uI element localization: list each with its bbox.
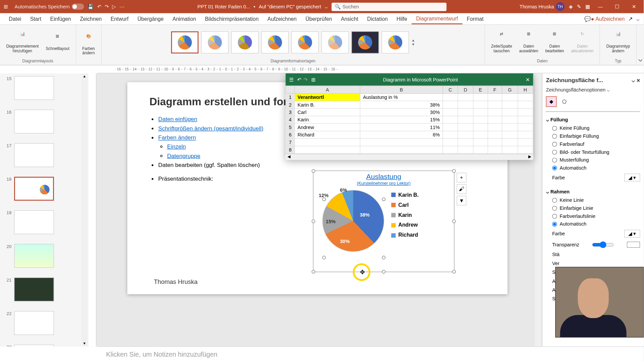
tab-diagrammentwurf[interactable]: Diagrammentwurf bbox=[412, 13, 462, 24]
diamond-icon[interactable]: ◈ bbox=[569, 4, 573, 9]
fill-opt-3[interactable]: Bild- oder Texturfüllung bbox=[546, 148, 640, 156]
fill-opt-1[interactable]: Einfarbige Füllung bbox=[546, 132, 640, 140]
excel-grid-icon[interactable]: ⊞ bbox=[311, 77, 315, 82]
line-opt-2[interactable]: Farbverlaufslinie bbox=[546, 212, 640, 220]
edit-data-button[interactable]: ⊞Daten bearbeiten bbox=[543, 31, 567, 54]
bullet-3a[interactable]: Einzeln bbox=[167, 143, 186, 150]
minimize-button[interactable]: — bbox=[594, 2, 606, 11]
tab-aufzeichnen[interactable]: Aufzeichnen bbox=[263, 14, 301, 24]
line-opt-1[interactable]: Einfarbige Linie bbox=[546, 204, 640, 212]
effects-tab-icon[interactable]: ⬠ bbox=[559, 96, 570, 107]
thumb-22[interactable]: 22 bbox=[0, 308, 89, 342]
chart-brush-button[interactable]: 🖌 bbox=[457, 184, 466, 194]
tab-zeichnen[interactable]: Zeichnen bbox=[75, 14, 106, 24]
fill-opt-4[interactable]: Musterfüllung bbox=[546, 156, 640, 164]
excel-menu-icon[interactable]: ☰ bbox=[289, 77, 293, 82]
tab-animation[interactable]: Animation bbox=[168, 14, 201, 24]
tab-hilfe[interactable]: Hilfe bbox=[392, 14, 412, 24]
chart-style-7[interactable] bbox=[352, 31, 379, 53]
transparency-slider[interactable] bbox=[592, 241, 614, 248]
tab-dictation[interactable]: Dictation bbox=[363, 14, 392, 24]
refresh-data-button[interactable]: ↻Daten aktualisieren bbox=[569, 31, 596, 54]
thumb-20[interactable]: 20 bbox=[0, 241, 89, 275]
comments-icon[interactable]: 💬 bbox=[584, 16, 591, 22]
chart-style-5[interactable] bbox=[291, 31, 319, 53]
user-account[interactable]: Thomas Hruska TH bbox=[520, 2, 565, 11]
chart-style-4[interactable] bbox=[261, 31, 289, 53]
format-options-dropdown[interactable]: Zeichnungsflächenoptionen ⌵ bbox=[546, 87, 640, 93]
share-icon[interactable]: ↗ bbox=[628, 16, 633, 22]
tab-datei[interactable]: Datei bbox=[4, 14, 25, 24]
collapse-ribbon-icon[interactable]: ⌵ bbox=[636, 16, 639, 22]
tab-uebergaenge[interactable]: Übergänge bbox=[133, 14, 168, 24]
excel-redo-icon[interactable]: ↷ bbox=[304, 77, 308, 82]
bullet-1[interactable]: Daten einfügen bbox=[158, 116, 197, 122]
gallery-more-icon[interactable]: ▲▼ bbox=[412, 38, 415, 46]
close-button[interactable]: ✕ bbox=[628, 2, 640, 11]
chart-style-8[interactable] bbox=[381, 31, 409, 53]
autosave-toggle[interactable]: Automatisches Speichern bbox=[14, 4, 84, 10]
filename[interactable]: PPT 01 Roter Faden 0... bbox=[198, 4, 250, 9]
tab-bildschirm[interactable]: Bildschirmpräsentation bbox=[201, 14, 263, 24]
undo-icon[interactable]: ↶ bbox=[97, 4, 101, 9]
fill-opt-2[interactable]: Farbverlauf bbox=[546, 140, 640, 148]
thumb-21[interactable]: 21 bbox=[0, 275, 89, 308]
fill-opt-0[interactable]: Keine Füllung bbox=[546, 124, 640, 132]
pen-icon[interactable]: ✎ bbox=[577, 4, 581, 9]
fill-line-tab-icon[interactable]: ◆ bbox=[546, 96, 557, 107]
collapse-ribbon-icon[interactable]: ⌵ bbox=[638, 55, 643, 63]
format-pane-close-icon[interactable]: ✕ bbox=[637, 77, 640, 83]
chart-legend[interactable]: Karin B. Carl Karin Andrew Richard bbox=[391, 190, 419, 252]
add-chart-element-button[interactable]: 📊Diagrammelement hinzufügen bbox=[4, 31, 42, 54]
chart-style-2[interactable] bbox=[201, 31, 228, 53]
change-colors-button[interactable]: 🎨Farben ändern bbox=[79, 33, 97, 56]
tab-entwurf[interactable]: Entwurf bbox=[106, 14, 133, 24]
fill-section-header[interactable]: ⌵ Füllung bbox=[546, 116, 640, 124]
excel-undo-icon[interactable]: ↶ bbox=[297, 77, 301, 82]
chart-object[interactable]: Auslastung (Kursteilnehmer pro Lektor) 3… bbox=[313, 171, 454, 272]
more-icon[interactable]: ⋯ bbox=[119, 4, 124, 9]
tab-format[interactable]: Format bbox=[462, 14, 488, 24]
notes-pane[interactable]: Klicken Sie, um Notizen hinzuzufügen bbox=[97, 346, 644, 362]
fill-color-button[interactable]: ◢ ▾ bbox=[624, 174, 640, 182]
bullet-3[interactable]: Farben ändern bbox=[158, 134, 196, 141]
select-data-button[interactable]: ⊞Daten auswählen bbox=[517, 31, 541, 54]
record-button[interactable]: Aufzeichnen bbox=[591, 16, 625, 22]
thumb-23[interactable]: 23 bbox=[0, 342, 89, 346]
line-opt-3[interactable]: Automatisch bbox=[546, 220, 640, 228]
quick-layout-button[interactable]: ⊞Schnelllayout bbox=[43, 33, 72, 51]
line-color-button[interactable]: ◢ ▾ bbox=[624, 230, 640, 238]
format-pane-dropdown-icon[interactable]: ⌵ bbox=[632, 77, 635, 83]
excel-data-popup[interactable]: ☰ ↶ ↷ ⊞ Diagramm in Microsoft PowerPoint… bbox=[285, 73, 533, 160]
calendar-icon[interactable]: ▦ bbox=[585, 4, 590, 9]
save-icon[interactable]: 💾 bbox=[88, 4, 94, 9]
thumb-15[interactable]: 15 bbox=[0, 73, 89, 107]
excel-close-icon[interactable]: ✕ bbox=[526, 77, 530, 82]
tab-ansicht[interactable]: Ansicht bbox=[336, 14, 363, 24]
transparency-input[interactable] bbox=[627, 242, 640, 248]
chevron-down-icon[interactable]: ⌵ bbox=[325, 4, 328, 9]
chart-plus-button[interactable]: + bbox=[457, 173, 466, 182]
chart-style-6[interactable] bbox=[321, 31, 349, 53]
chart-style-3[interactable] bbox=[231, 31, 259, 53]
thumb-scrollbar[interactable]: ▲▼ bbox=[82, 73, 88, 347]
thumb-19[interactable]: 19 bbox=[0, 207, 89, 241]
line-section-header[interactable]: ⌵ Rahmen bbox=[546, 188, 640, 196]
chart-filter-button[interactable]: ▼ bbox=[457, 196, 466, 205]
fill-opt-5[interactable]: Automatisch bbox=[546, 164, 640, 172]
bullet-2[interactable]: Schriftgrößen ändern (gesamt/individuell… bbox=[158, 125, 263, 132]
from-start-icon[interactable]: ▷ bbox=[112, 4, 116, 9]
maximize-button[interactable]: ☐ bbox=[611, 2, 623, 11]
search-input[interactable]: 🔍 Suchen bbox=[331, 2, 446, 11]
bullet-3b[interactable]: Datengruppe bbox=[167, 153, 200, 159]
chart-title[interactable]: Auslastung bbox=[313, 171, 454, 181]
switch-row-col-button[interactable]: ⇄Zeile/Spalte tauschen bbox=[488, 31, 515, 54]
redo-icon[interactable]: ↷ bbox=[105, 4, 109, 9]
tab-einfuegen[interactable]: Einfügen bbox=[46, 14, 75, 24]
tab-start[interactable]: Start bbox=[25, 14, 46, 24]
line-opt-0[interactable]: Keine Linie bbox=[546, 196, 640, 204]
change-chart-type-button[interactable]: 📊Diagrammtyp ändern bbox=[604, 31, 633, 54]
thumb-16[interactable]: 16 bbox=[0, 107, 89, 140]
thumb-17[interactable]: 17 bbox=[0, 140, 89, 174]
chart-style-1[interactable] bbox=[171, 31, 199, 53]
